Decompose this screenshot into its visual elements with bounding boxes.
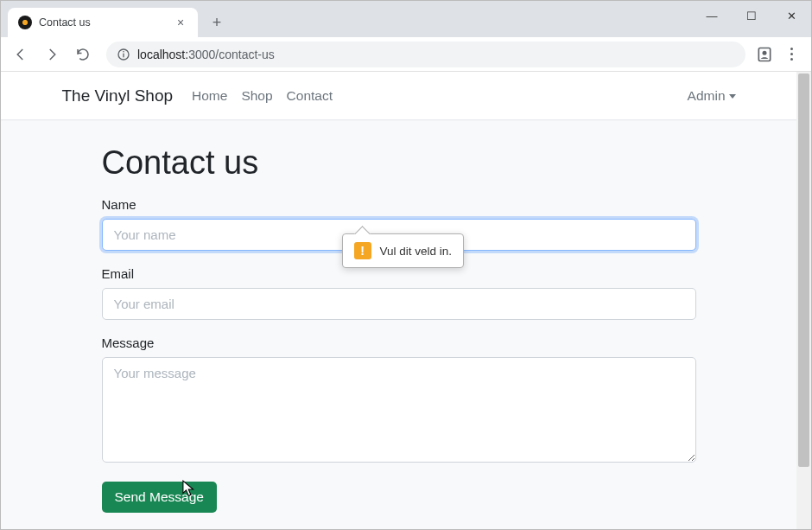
profile-icon[interactable] [756,46,773,63]
send-message-button[interactable]: Send Message [102,482,217,513]
name-label: Name [102,197,696,212]
vertical-scrollbar[interactable] [796,72,811,529]
svg-rect-2 [123,51,124,52]
forward-button[interactable] [39,42,65,67]
browser-menu-button[interactable] [778,42,804,67]
validation-tooltip: ! Vul dit veld in. [342,233,465,268]
arrow-right-icon [44,47,60,62]
scrollbar-thumb[interactable] [798,73,809,467]
validation-message: Vul dit veld in. [380,245,453,258]
message-label: Message [102,335,696,350]
page-title: Contact us [102,144,696,182]
window-minimize-button[interactable]: — [692,1,732,30]
info-icon [117,48,130,61]
browser-toolbar: localhost:3000/contact-us [1,37,811,72]
svg-point-4 [763,50,767,54]
warning-icon: ! [354,242,371,259]
window-maximize-button[interactable]: ☐ [732,1,771,30]
admin-label: Admin [688,88,726,104]
message-textarea[interactable] [102,357,696,463]
brand[interactable]: The Vinyl Shop [62,86,174,105]
address-bar[interactable]: localhost:3000/contact-us [106,42,745,67]
close-tab-icon[interactable]: × [174,16,187,29]
email-label: Email [102,266,696,281]
reload-icon [75,47,91,62]
nav-link-home[interactable]: Home [192,88,227,104]
back-button[interactable] [8,42,34,67]
browser-tab[interactable]: Contact us × [8,8,198,37]
caret-down-icon [729,94,736,99]
svg-rect-1 [123,53,124,57]
reload-button[interactable] [70,42,96,67]
admin-dropdown[interactable]: Admin [688,88,736,104]
nav-link-contact[interactable]: Contact [287,88,333,104]
email-input[interactable] [102,288,696,320]
tab-title: Contact us [39,16,167,29]
page-viewport: The Vinyl Shop Home Shop Contact Admin C… [1,72,796,529]
nav-link-shop[interactable]: Shop [241,88,272,104]
vinyl-favicon-icon [18,16,32,29]
browser-tab-strip: Contact us × + — ☐ ✕ [1,1,811,37]
site-navbar: The Vinyl Shop Home Shop Contact Admin [1,72,796,120]
arrow-left-icon [13,47,29,62]
new-tab-button[interactable]: + [205,10,229,35]
window-close-button[interactable]: ✕ [771,1,811,30]
url-text: localhost:3000/contact-us [137,48,275,61]
